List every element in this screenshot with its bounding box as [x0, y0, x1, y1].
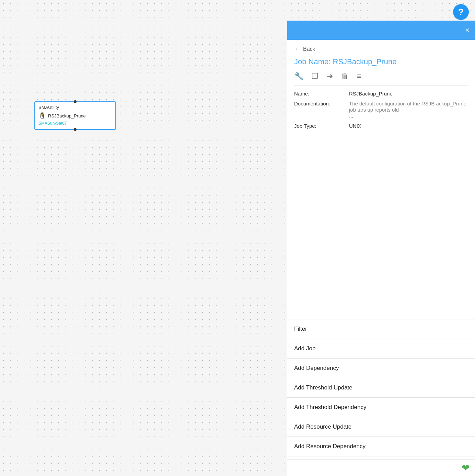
heartbeat-icon: ❤ — [462, 462, 470, 474]
menu-item-add-job[interactable]: Add Job — [287, 339, 475, 359]
doc-label: Documentation: — [294, 101, 349, 106]
doc-value: The default configuration of the RSJB ac… — [349, 101, 466, 113]
arrow-icon[interactable]: ➜ — [327, 72, 333, 81]
connector-top — [74, 100, 77, 103]
toolbar: 🔧 ❐ ➜ 🗑 ≡ — [294, 72, 468, 86]
wrench-icon[interactable]: 🔧 — [294, 72, 303, 81]
status-bar: ❤ — [287, 460, 475, 476]
jobtype-label: Job Type: — [294, 123, 349, 129]
help-label: ? — [458, 7, 464, 18]
name-label: Name: — [294, 91, 349, 97]
menu-item-add-threshold-dependency[interactable]: Add Threshold Dependency — [287, 398, 475, 417]
job-card-name: RSJBackup_Prune — [48, 113, 86, 118]
menu-item-add-resource-dependency[interactable]: Add Resource Dependency — [287, 437, 475, 456]
doc-row: Documentation: The default configuration… — [294, 101, 468, 119]
trash-icon[interactable]: 🗑 — [341, 72, 349, 81]
context-menu: Filter Add Job Add Dependency Add Thresh… — [287, 319, 475, 476]
linux-icon: 🐧 — [38, 112, 46, 120]
connector-bottom — [74, 128, 77, 131]
side-panel: × ← Back Job Name: RSJBackup_Prune 🔧 ❐ ➜… — [287, 21, 475, 476]
menu-item-add-threshold-update[interactable]: Add Threshold Update — [287, 378, 475, 398]
panel-body: ← Back Job Name: RSJBackup_Prune 🔧 ❐ ➜ 🗑… — [287, 40, 475, 319]
menu-icon[interactable]: ≡ — [357, 72, 361, 81]
name-row: Name: RSJBackup_Prune — [294, 91, 468, 97]
jobtype-row: Job Type: UNIX — [294, 123, 468, 129]
name-value: RSJBackup_Prune — [349, 91, 393, 97]
copy-icon[interactable]: ❐ — [312, 72, 318, 81]
close-button[interactable]: × — [465, 26, 470, 34]
job-name-title: Job Name: RSJBackup_Prune — [294, 57, 468, 66]
doc-ellipsis: ... — [349, 113, 468, 119]
back-label: Back — [303, 46, 315, 52]
menu-item-add-resource-update[interactable]: Add Resource Update — [287, 417, 475, 437]
job-card-group: SMAUtility — [38, 105, 112, 110]
help-icon[interactable]: ? — [453, 4, 469, 20]
menu-item-filter[interactable]: Filter — [287, 319, 475, 339]
back-row[interactable]: ← Back — [294, 45, 468, 53]
job-card-schedule: SMASun-Sat07 — [38, 121, 112, 126]
menu-item-add-dependency[interactable]: Add Dependency — [287, 359, 475, 378]
jobtype-value: UNIX — [349, 123, 361, 129]
back-arrow-icon: ← — [294, 45, 300, 53]
job-card[interactable]: SMAUtility 🐧 RSJBackup_Prune SMASun-Sat0… — [34, 101, 116, 130]
panel-header: × — [287, 21, 475, 40]
